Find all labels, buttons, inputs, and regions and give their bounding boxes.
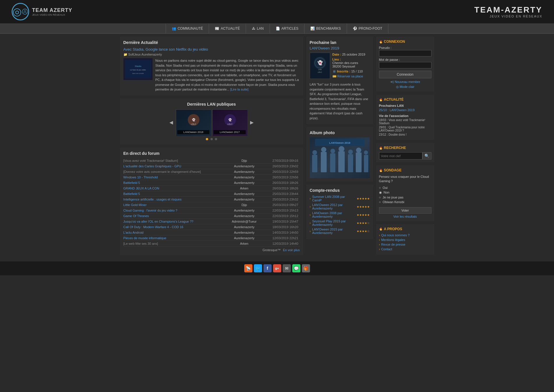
apropos-link[interactable]: Contact [381,247,392,251]
voir-resultats-link[interactable]: Voir les résultats [379,215,431,218]
forum-topic-link[interactable]: Jusqu'où va aller l'OL en Champions's Le… [123,220,194,223]
recherche-input[interactable] [379,152,422,159]
forum-en-voir-plus[interactable]: En voir plus [283,248,300,252]
radio-icon[interactable]: ○ [379,196,381,199]
next-lan-details: 👻 LAN LDLC Date : 25 octobre 2019 Lieu :… [310,53,370,80]
vie-item-1: 18/03 : Vous avez voté Trackmania² Stadi… [379,118,431,125]
forum-date: 22/03/2019 15h12 [262,213,300,219]
forum-topic-link[interactable]: [Donnez votre avis concernant le changem… [123,170,201,173]
radio-icon[interactable]: ◉ [379,191,382,194]
recherche-button[interactable]: 🔍 [422,152,431,159]
forum-row: L'actualité des Cartes Graphiques - GPU … [123,163,300,169]
footer-rss-icon[interactable]: 📡 [244,264,252,272]
forum-author: Aurelienazerty [226,230,262,235]
next-lan-title[interactable]: LAN'Oween 2019 [310,46,370,50]
footer-gift-icon[interactable]: 🎁 [302,264,310,272]
connexion-button[interactable]: Connexion [379,71,431,78]
forum-topic-link[interactable]: Battlefield 5 [123,192,140,196]
sondage-option[interactable]: ◉Non [379,191,431,194]
actualite-sidebar-title: ACTUALITÉ [379,97,431,102]
forum-topic-link[interactable]: L'actu Android [123,231,144,234]
forum-topic-link[interactable]: Intelligence artificielle : usages et ri… [123,198,182,201]
reserver-place-btn[interactable]: 🎫 Réserver sa place [332,75,363,78]
forum-row: Game Of Thrones Aurelienazerty 22/03/201… [123,213,300,219]
sondage-question: Pensez vous craquer pour le Cloud Gaming… [379,175,431,184]
forum-topic-link[interactable]: GRAND JEUX A LA CON [123,187,159,190]
forum-row: [Le web fête ses 30 ans] Arken 12/03/201… [123,241,300,246]
cr-item: ›LAN'Oween 2015 par Aurelienazerty★★★★☆ [310,228,370,235]
forum-topic-link[interactable]: Call Of Duty : Modern Warfare 4 - COD 16 [123,225,183,229]
nav-communaute[interactable]: 👥 COMMUNAUTÉ [166,24,209,33]
radio-icon[interactable]: ○ [379,200,381,204]
prochaines-lan-title: Prochaines LAN [379,104,431,107]
sondage-option[interactable]: ○Oui [379,186,431,189]
sondage-title: SONDAGE [379,168,431,172]
forum-date: 27/03/2019 00h16 [262,158,300,164]
logo-title: TEAM AZERTY [32,7,72,13]
footer-facebook-icon[interactable]: f [263,264,272,272]
read-more-link[interactable]: [Lire la suite] [230,88,248,91]
radio-icon[interactable]: ○ [379,186,381,189]
lan-prev-arrow[interactable]: ◀ [168,118,174,127]
footer-googleplus-icon[interactable]: g+ [273,264,281,272]
svg-point-36 [348,150,353,154]
news-article-link[interactable]: Avec Stadia, Google lance son Netflix du… [123,47,300,52]
cr-link[interactable]: Seyssuel Play 2015 par Aurelienazerty [312,219,354,226]
cr-link[interactable]: LAN'Oween 2015 par Aurelienazerty [312,228,354,235]
sondage-option[interactable]: ○Obiwan Kenobi [379,200,431,204]
forum-topic-link[interactable]: L'actualité des Cartes Graphiques - GPU [123,164,181,168]
forum-topic-link[interactable]: [Le web fête ses 30 ans] [123,242,158,245]
apropos-link[interactable]: Mentions légales [381,238,405,242]
nav-prono-foot[interactable]: ⚽ PRONO-FOOT [347,24,388,33]
mode-clair-link[interactable]: ◎ Mode clair [396,85,415,88]
left-column: Dernière Actualité Avec Stadia, Google l… [120,37,303,258]
forum-topic-link[interactable]: Battlefield 5 [123,181,140,185]
nav-articles[interactable]: 📄 ARTICLES [270,24,305,33]
cr-link[interactable]: Summer LAN 2008 par CamiP [312,195,354,202]
forum-topic-link[interactable]: Pièces de musée informatique [123,236,167,240]
nav-actualite[interactable]: 📰 ACTUALITÉ [209,24,246,33]
new-member-link[interactable]: ➜) Nouveau membre [390,80,420,84]
vie-asso-title: Vie de l'association [379,114,431,118]
vote-button[interactable]: Voter [379,207,431,214]
password-input[interactable] [379,62,431,68]
forum-row: [Vous avez voté Trackmania² Stadium] Dji… [123,158,300,164]
forum-date: 26/03/2019 22h56 [262,174,300,180]
cr-item: ›LAN'Oween 2012 par Aurelienazerty★★★★★ [310,203,370,210]
pseudo-input[interactable] [379,50,431,56]
nav-lan[interactable]: 🖧 LAN [246,24,270,33]
forum-row: Windows 10 - Threshold Aurelienazerty 26… [123,174,300,180]
forum-row: [Donnez votre avis concernant le changem… [123,169,300,174]
forum-author: Aurelienazerty [226,191,262,196]
forum-author: Aurelienazerty [226,207,262,213]
apropos-link[interactable]: Qui nous sommes ? [381,233,410,237]
lan-next-arrow[interactable]: ▶ [249,118,255,127]
prochaine-lan-item: 25/10 : LAN'Oween 2019 [379,108,431,112]
forum-footer: Grotesque™ En voir plus [123,248,300,252]
lan-images: 👻 LDLC LANOween 2018 [176,109,247,136]
svg-rect-29 [321,152,327,172]
footer-chat-icon[interactable]: 💬 [292,264,300,272]
forum-topic-link[interactable]: Cloud Gaming : l'avenir du jeu vidéo ? [123,209,178,212]
footer-mail-icon[interactable]: ✉ [283,264,291,272]
news-body: Nous en parlions dans notre sujet dédié … [155,58,300,92]
option-label: Non [384,191,390,194]
cr-list: ›Summer LAN 2008 par CamiP★★★★★›LAN'Owee… [310,195,370,235]
nav-benchmarks[interactable]: 📊 BENCHMARKS [305,24,347,33]
cr-link[interactable]: LANOween 2008 par Aurelienazerty [312,211,354,218]
lan-label-2: LANOween 2017 [214,130,246,134]
lan-oween-link[interactable]: 25/10 : LAN'Oween 2019 [379,108,415,112]
recherche-title: RECHERCHE [379,146,431,150]
forum-topic-link[interactable]: Game Of Thrones [123,214,149,218]
forum-topic-link[interactable]: Windows 10 - Threshold [123,175,158,179]
forum-topic-link[interactable]: Little Gold Miner [123,203,147,207]
actualite-sidebar-section: ACTUALITÉ Prochaines LAN 25/10 : LAN'Owe… [376,95,434,140]
forum-topic-link[interactable]: [Vous avez voté Trackmania² Stadium] [123,159,178,162]
svg-text:👻: 👻 [317,60,323,65]
forum-author: Arken [226,241,262,246]
sondage-option[interactable]: ○Je ne joue pas [379,196,431,199]
apropos-link[interactable]: Revue de presse [381,243,405,246]
footer-twitter-icon[interactable]: 🐦 [254,264,262,272]
cr-link[interactable]: LAN'Oween 2012 par Aurelienazerty [312,203,354,210]
svg-text:LDLC: LDLC [227,123,233,125]
